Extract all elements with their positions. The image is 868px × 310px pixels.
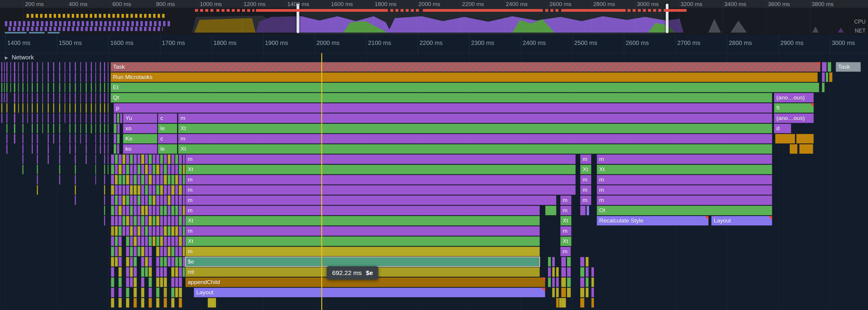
- flame-bar[interactable]: [580, 206, 586, 215]
- flame-bar-xt[interactable]: Xt: [560, 236, 571, 246]
- flame-sliver[interactable]: [164, 185, 167, 195]
- flame-bar-yu[interactable]: Yu: [123, 113, 157, 123]
- flame-sliver[interactable]: [137, 226, 141, 236]
- flame-sliver[interactable]: [175, 216, 178, 226]
- flame-sliver[interactable]: [37, 144, 38, 154]
- flame-sliver[interactable]: [119, 226, 122, 236]
- flame-sliver[interactable]: [183, 257, 185, 266]
- flame-sliver[interactable]: [183, 154, 185, 164]
- flame-sliver[interactable]: [22, 144, 24, 154]
- flame-sliver[interactable]: [75, 165, 76, 174]
- flame-sliver[interactable]: [115, 185, 118, 195]
- flame-sliver[interactable]: [42, 113, 43, 123]
- flame-sliver[interactable]: [156, 257, 159, 266]
- flame-sliver[interactable]: [32, 83, 33, 92]
- flame-sliver[interactable]: [69, 93, 70, 103]
- flame-sliver[interactable]: [91, 83, 92, 92]
- flame-sliver[interactable]: [137, 154, 141, 164]
- flame-sliver[interactable]: [591, 277, 594, 287]
- flame-sliver[interactable]: [179, 175, 182, 185]
- flame-sliver[interactable]: [100, 124, 101, 133]
- flame-sliver[interactable]: [567, 267, 571, 277]
- flame-sliver[interactable]: [6, 134, 7, 144]
- flame-sliver[interactable]: [149, 175, 152, 185]
- flame-bar-m[interactable]: m: [185, 185, 576, 195]
- flame-sliver[interactable]: [95, 93, 96, 103]
- flame-sliver[interactable]: [107, 73, 108, 82]
- flame-sliver[interactable]: [149, 165, 152, 174]
- flame-sliver[interactable]: [548, 267, 551, 277]
- flame-bar-c[interactable]: c: [158, 134, 177, 144]
- flame-bar-m[interactable]: m: [185, 206, 540, 215]
- flame-sliver[interactable]: [119, 175, 122, 185]
- flame-sliver[interactable]: [104, 206, 105, 215]
- flame-sliver[interactable]: [126, 247, 129, 256]
- flame-sliver[interactable]: [18, 73, 19, 82]
- flame-bar-xt[interactable]: Xt: [185, 216, 540, 226]
- flame-sliver[interactable]: [175, 288, 178, 297]
- flame-sliver[interactable]: [183, 195, 185, 205]
- flame-sliver[interactable]: [111, 185, 114, 195]
- flame-sliver[interactable]: [586, 277, 589, 287]
- flame-sliver[interactable]: [115, 206, 118, 215]
- flame-sliver[interactable]: [141, 165, 144, 174]
- flame-bar-xo[interactable]: xo: [123, 124, 157, 133]
- flame-sliver[interactable]: [104, 93, 105, 103]
- flame-sliver[interactable]: [548, 277, 551, 287]
- flame-sliver[interactable]: [64, 83, 65, 92]
- flame-sliver[interactable]: [104, 185, 105, 195]
- flame-bar[interactable]: [799, 144, 813, 154]
- flame-bar-m[interactable]: m: [185, 175, 576, 185]
- flame-sliver[interactable]: [80, 62, 81, 72]
- flame-sliver[interactable]: [107, 93, 108, 103]
- flame-sliver[interactable]: [164, 206, 167, 215]
- flame-sliver[interactable]: [160, 154, 163, 164]
- flame-sliver[interactable]: [80, 93, 81, 103]
- flame-sliver[interactable]: [95, 175, 96, 185]
- flame-sliver[interactable]: [580, 298, 584, 308]
- flame-sliver[interactable]: [104, 175, 105, 185]
- flame-sliver[interactable]: [107, 113, 108, 123]
- flame-sliver[interactable]: [130, 277, 133, 287]
- flame-sliver[interactable]: [167, 236, 170, 246]
- flame-sliver[interactable]: [14, 62, 16, 72]
- flame-sliver[interactable]: [111, 216, 114, 226]
- flame-sliver[interactable]: [175, 247, 178, 256]
- flame-sliver[interactable]: [171, 288, 175, 297]
- flame-sliver[interactable]: [130, 236, 133, 246]
- flame-sliver[interactable]: [119, 154, 122, 164]
- flame-sliver[interactable]: [156, 175, 159, 185]
- flame-sliver[interactable]: [145, 267, 148, 277]
- flame-bar[interactable]: [114, 134, 116, 144]
- flame-sliver[interactable]: [53, 93, 54, 103]
- flame-sliver[interactable]: [149, 185, 152, 195]
- flame-bar-m[interactable]: m: [597, 154, 772, 164]
- flame-sliver[interactable]: [171, 154, 175, 164]
- flame-sliver[interactable]: [552, 277, 555, 287]
- flame-sliver[interactable]: [59, 165, 60, 174]
- flame-sliver[interactable]: [167, 216, 170, 226]
- flame-sliver[interactable]: [561, 298, 566, 308]
- flame-sliver[interactable]: [164, 195, 167, 205]
- flame-sliver[interactable]: [111, 226, 114, 236]
- flame-sliver[interactable]: [145, 247, 148, 256]
- flame-sliver[interactable]: [75, 185, 76, 195]
- flame-sliver[interactable]: [141, 277, 144, 287]
- flame-sliver[interactable]: [183, 247, 185, 256]
- flame-bar[interactable]: [775, 134, 795, 144]
- flame-sliver[interactable]: [75, 93, 76, 103]
- flame-sliver[interactable]: [1, 73, 2, 82]
- flame-sliver[interactable]: [6, 83, 7, 92]
- flame-sliver[interactable]: [145, 257, 148, 266]
- flame-sliver[interactable]: [164, 298, 167, 308]
- flame-sliver[interactable]: [104, 113, 105, 123]
- flame-sliver[interactable]: [149, 277, 152, 287]
- flame-sliver[interactable]: [119, 185, 122, 195]
- flame-sliver[interactable]: [75, 124, 76, 133]
- flame-sliver[interactable]: [104, 195, 105, 205]
- flame-sliver[interactable]: [111, 175, 114, 185]
- flame-sliver[interactable]: [53, 73, 54, 82]
- flame-sliver[interactable]: [122, 175, 125, 185]
- flame-sliver[interactable]: [86, 73, 87, 82]
- flame-bar[interactable]: [117, 113, 119, 123]
